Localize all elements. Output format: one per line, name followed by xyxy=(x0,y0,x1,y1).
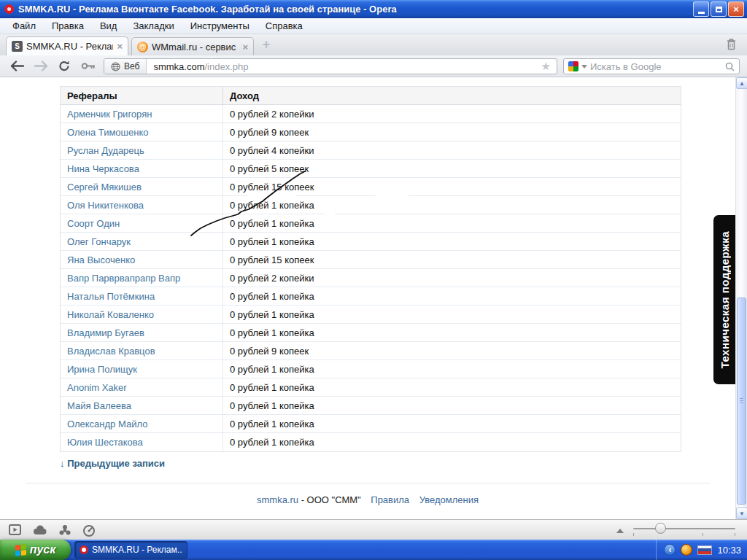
tech-support-tab[interactable]: Техническая поддержка xyxy=(713,215,735,384)
scroll-up-button[interactable]: ▲ xyxy=(736,77,747,89)
tab-wmmail[interactable]: @ WMmail.ru - сервис поч... × xyxy=(131,37,254,55)
panels-toggle-icon[interactable] xyxy=(9,524,21,538)
url-path: /index.php xyxy=(204,61,248,72)
search-field[interactable] xyxy=(563,58,740,74)
income-cell: 0 рублей 2 копейки xyxy=(223,273,681,284)
tab-smmka[interactable]: S SMMKA.RU - Реклама Вк... × xyxy=(6,36,128,55)
tab-close-icon[interactable]: × xyxy=(242,42,248,52)
start-button[interactable]: пуск xyxy=(0,540,71,560)
opera-turbo-icon[interactable] xyxy=(82,524,96,540)
opera-task-icon xyxy=(80,545,88,554)
back-button[interactable] xyxy=(10,61,24,71)
referral-link[interactable]: Сергей Мякишев xyxy=(67,182,142,192)
vertical-scrollbar[interactable]: ▲ ▼ xyxy=(735,77,747,519)
menu-edit[interactable]: Правка xyxy=(44,19,92,33)
closed-tabs-trash-icon[interactable] xyxy=(726,38,737,53)
footer-notifications-link[interactable]: Уведомления xyxy=(419,494,479,505)
income-cell: 0 рублей 1 копейка xyxy=(223,291,681,302)
menu-help[interactable]: Справка xyxy=(258,19,311,33)
footer-rules-link[interactable]: Правила xyxy=(371,494,409,505)
opera-logo-icon xyxy=(4,4,14,14)
tab-bar: S SMMKA.RU - Реклама Вк... × @ WMmail.ru… xyxy=(0,34,747,55)
table-row: Наталья Потёмкина0 рублей 1 копейка xyxy=(61,287,681,306)
table-row: Олександр Майло0 рублей 1 копейка xyxy=(61,415,681,433)
footer-site-link[interactable]: smmka.ru xyxy=(257,494,298,505)
table-row: Арменчик Григорян0 рублей 2 копейки xyxy=(61,105,681,123)
scroll-down-button[interactable]: ▼ xyxy=(736,508,747,519)
income-cell: 0 рублей 1 копейка xyxy=(223,309,681,320)
income-cell: 0 рублей 1 копейка xyxy=(223,236,681,247)
referral-link[interactable]: Соорт Один xyxy=(67,218,120,229)
income-cell: 0 рублей 1 копейка xyxy=(223,200,681,211)
reload-button[interactable] xyxy=(58,60,71,72)
close-button[interactable]: × xyxy=(728,1,744,17)
income-cell: 0 рублей 4 копейки xyxy=(223,145,681,156)
scrollbar-thumb[interactable] xyxy=(737,298,746,505)
windows-taskbar: пуск SMMKA.RU - Реклам... ‹ 10:33 xyxy=(0,540,747,560)
zoom-slider-track[interactable] xyxy=(633,528,735,529)
table-row: Оля Никитенкова0 рублей 1 копейка xyxy=(61,196,681,214)
restore-button[interactable] xyxy=(711,1,727,17)
taskbar-task-button[interactable]: SMMKA.RU - Реклам... xyxy=(74,541,187,559)
minimize-button[interactable] xyxy=(693,1,709,17)
address-field[interactable]: Веб smmka.com/index.php ★ xyxy=(104,58,557,74)
zoom-tick xyxy=(703,533,703,536)
referral-link[interactable]: Anonim Xaker xyxy=(67,382,127,393)
referral-link[interactable]: Владимир Бугаев xyxy=(67,327,144,338)
referral-link[interactable]: Юлия Шестакова xyxy=(67,437,143,448)
income-cell: 0 рублей 1 копейка xyxy=(223,327,681,338)
menu-tools[interactable]: Инструменты xyxy=(182,19,258,33)
income-cell: 0 рублей 5 копеек xyxy=(223,163,681,174)
new-tab-button[interactable]: + xyxy=(260,39,273,51)
bookmark-star-icon[interactable]: ★ xyxy=(535,60,557,73)
search-input[interactable] xyxy=(590,61,722,72)
eraser-smudge xyxy=(376,193,409,196)
footer-divider xyxy=(26,483,710,483)
referral-link[interactable]: Ирина Полищук xyxy=(67,364,137,375)
key-icon[interactable] xyxy=(81,62,96,70)
referral-link[interactable]: Николай Коваленко xyxy=(67,309,154,320)
page-footer: smmka.ru - ООО "СММ" Правила Уведомления xyxy=(0,494,735,505)
referral-link[interactable]: Олег Гончарук xyxy=(67,236,131,247)
referral-link[interactable]: Владислав Кравцов xyxy=(67,346,155,357)
income-cell: 0 рублей 1 копейка xyxy=(223,437,681,448)
referral-link[interactable]: Руслан Дударець xyxy=(67,145,144,156)
referral-link[interactable]: Майя Валеева xyxy=(67,400,131,411)
window-title: SMMKA.RU - Реклама Вконтакте Facebook. З… xyxy=(18,4,397,15)
referral-link[interactable]: Оля Никитенкова xyxy=(67,200,144,211)
smmka-favicon: S xyxy=(12,41,23,52)
magnifier-icon[interactable] xyxy=(725,62,735,71)
menu-bookmarks[interactable]: Закладки xyxy=(125,19,182,33)
address-toolbar: Веб smmka.com/index.php ★ xyxy=(0,55,747,77)
previous-records-link[interactable]: ↓ Предыдущие записи xyxy=(60,458,165,469)
web-mode-button[interactable]: Веб xyxy=(104,59,147,74)
opera-link-cloud-icon[interactable] xyxy=(32,524,47,538)
income-cell: 0 рублей 2 копейки xyxy=(223,109,681,120)
fit-width-toggle-icon[interactable] xyxy=(616,529,624,533)
globe-icon xyxy=(111,62,120,71)
forward-button[interactable] xyxy=(34,61,48,71)
russian-keyboard-layout-icon[interactable] xyxy=(697,545,712,555)
menu-view[interactable]: Вид xyxy=(92,19,125,33)
table-row: Майя Валеева0 рублей 1 копейка xyxy=(61,397,681,415)
tab-close-icon[interactable]: × xyxy=(117,41,123,52)
referral-link[interactable]: Яна Высоченко xyxy=(67,254,135,265)
referral-link[interactable]: Вапр Парврвапрапр Вапр xyxy=(67,273,180,284)
referral-link[interactable]: Олена Тимошенко xyxy=(67,127,149,138)
header-referrals: Рефералы xyxy=(61,87,223,104)
referral-link[interactable]: Наталья Потёмкина xyxy=(67,291,155,302)
table-row: Сергей Мякишев0 рублей 15 копеек xyxy=(61,178,681,196)
previous-records-label: Предыдущие записи xyxy=(67,458,165,469)
referral-link[interactable]: Арменчик Григорян xyxy=(67,109,152,120)
referral-link[interactable]: Олександр Майло xyxy=(67,419,147,429)
taskbar-clock[interactable]: 10:33 xyxy=(717,545,741,556)
tray-collapse-icon[interactable]: ‹ xyxy=(664,544,676,556)
url-text: smmka.com/index.php xyxy=(147,61,248,72)
referral-link[interactable]: Нина Черкасова xyxy=(67,163,139,174)
zoom-slider-thumb[interactable] xyxy=(655,523,666,534)
search-engine-dropdown-icon[interactable] xyxy=(581,65,587,69)
webmoney-tray-icon[interactable] xyxy=(681,544,692,556)
tech-support-label: Техническая поддержка xyxy=(719,231,731,369)
opera-unite-icon[interactable] xyxy=(58,524,71,539)
menu-file[interactable]: Файл xyxy=(4,19,44,33)
